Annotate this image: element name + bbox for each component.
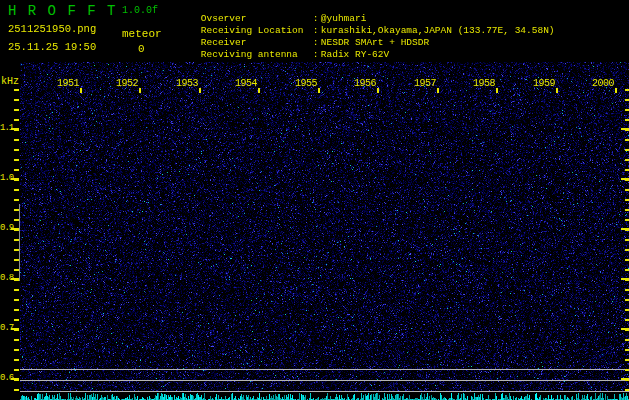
freq-major-tick: [621, 228, 629, 230]
mode-label: meteor: [122, 28, 162, 40]
time-tick-label: 1952: [116, 78, 138, 89]
hrofft-window: H R O F F T 1.0.0f 2511251950.png meteor…: [0, 0, 629, 400]
app-version: 1.0.0f: [122, 5, 158, 16]
info-row-antenna: Recviving antenna:Radix RY-62V: [178, 38, 389, 71]
meteor-echo-count: 0: [138, 43, 145, 55]
observation-datetime: 25.11.25 19:50: [8, 41, 96, 53]
time-tick-label: 2000: [592, 78, 614, 89]
info-value: Radix RY-62V: [321, 49, 389, 60]
freq-tick-label: 1.0: [0, 173, 14, 183]
freq-major-tick: [621, 178, 629, 180]
freq-axis-unit: kHz: [1, 76, 19, 87]
reference-line-middle: [20, 380, 629, 381]
freq-minor-ticks-right: [625, 89, 629, 391]
time-tick-label: 1955: [295, 78, 317, 89]
freq-tick-label: 0.9: [0, 223, 14, 233]
time-tick-label: 1958: [473, 78, 495, 89]
freq-minor-ticks-left: [14, 89, 19, 391]
time-tick-label: 1953: [176, 78, 198, 89]
freq-major-tick: [621, 128, 629, 130]
time-tick-label: 1954: [235, 78, 257, 89]
freq-tick-label: 1.1: [0, 123, 14, 133]
signal-level-strip-canvas: [20, 392, 629, 400]
spectrogram-noise-canvas: [20, 62, 629, 392]
freq-tick-label: 0.6: [0, 373, 14, 383]
reference-line-upper: [20, 369, 629, 370]
time-tick-label: 1956: [354, 78, 376, 89]
info-label: Recviving antenna: [201, 49, 313, 60]
output-filename: 2511251950.png: [8, 23, 96, 35]
reference-line-lower: [20, 391, 629, 392]
freq-major-tick: [621, 278, 629, 280]
freq-tick-label: 0.7: [0, 323, 14, 333]
time-tick-label: 1959: [533, 78, 555, 89]
app-title: H R O F F T: [8, 3, 117, 19]
time-tick-label: 1957: [414, 78, 436, 89]
info-colon: :: [313, 49, 321, 60]
freq-tick-label: 0.8: [0, 273, 14, 283]
freq-major-tick: [621, 328, 629, 330]
freq-major-tick: [621, 378, 629, 380]
time-tick-label: 1951: [57, 78, 79, 89]
left-band-marker-line: [19, 204, 20, 281]
